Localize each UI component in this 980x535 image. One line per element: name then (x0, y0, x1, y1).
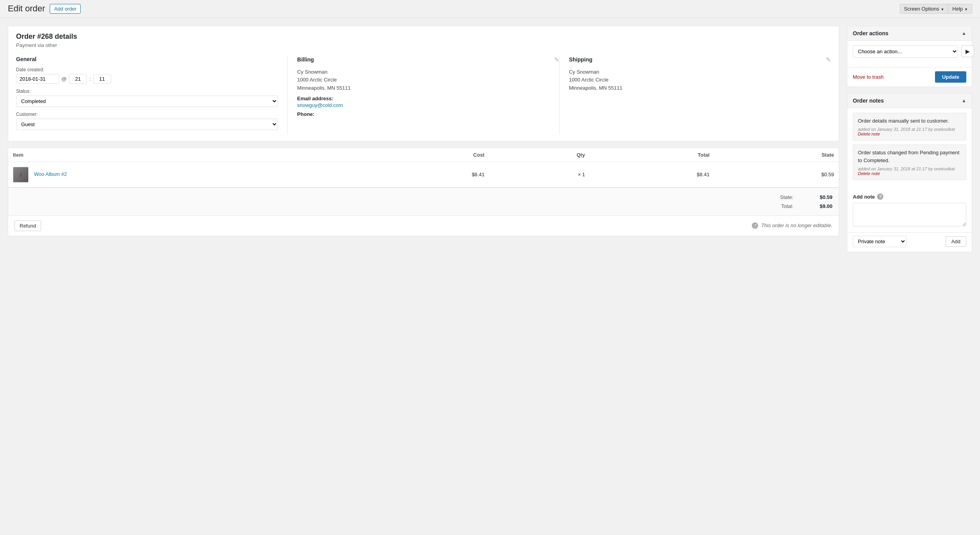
right-column: Order actions ▲ Choose an action...Email… (847, 26, 972, 259)
status-label: Status: (16, 89, 278, 94)
left-column: Order #268 details Payment via other Gen… (8, 26, 839, 236)
add-note-button[interactable]: Add (946, 236, 966, 247)
item-total: $8.41 (590, 162, 714, 187)
customer-select[interactable]: Guest (16, 119, 278, 130)
note-type-select[interactable]: Private noteNote to customer (853, 236, 906, 247)
col-qty: Qty (489, 148, 590, 162)
note-delete-link[interactable]: Delete note (858, 132, 880, 136)
move-to-trash-link[interactable]: Move to trash (853, 74, 884, 80)
screen-options-chevron-icon (940, 6, 944, 12)
status-select[interactable]: Completed (16, 96, 278, 107)
order-details-subtitle: Payment via other (16, 42, 831, 48)
shipping-title: Shipping (569, 56, 593, 63)
add-note-label: Add note (853, 194, 875, 200)
main-content: Order #268 details Payment via other Gen… (0, 18, 980, 267)
billing-section: Billing ✎ Cy Snowman 1000 Arctic Circle … (287, 56, 559, 135)
billing-address1: 1000 Arctic Circle (297, 76, 559, 84)
billing-email-label: Email address: (297, 96, 559, 101)
total-value: $0.59 (801, 194, 832, 200)
general-title: General (16, 56, 278, 62)
date-row: @ : (16, 74, 278, 84)
billing-address: Cy Snowman 1000 Arctic Circle Minneapoli… (297, 68, 559, 92)
top-bar-left: Edit order Add order (8, 3, 81, 14)
note-item: Order details manually sent to customer.… (853, 113, 966, 141)
customer-group: Customer: Guest (16, 112, 278, 130)
action-row: Choose an action...Email invoice / order… (853, 45, 966, 58)
item-qty: × 1 (489, 162, 590, 187)
date-input[interactable] (16, 74, 59, 84)
add-note-help-icon: ? (877, 193, 883, 200)
update-button[interactable]: Update (935, 71, 966, 83)
add-order-button[interactable]: Add order (50, 4, 81, 14)
items-panel: Item Cost Qty Total State ♪ Woo Album #2… (8, 148, 839, 236)
col-cost: Cost (365, 148, 489, 162)
colon-label: : (89, 76, 91, 82)
note-meta: added on January 31, 2018 at 21:17 by on… (858, 166, 961, 176)
item-link[interactable]: Woo Album #2 (34, 171, 67, 177)
add-note-textarea[interactable] (853, 203, 966, 226)
total-row: State: $0.59 (14, 193, 832, 202)
item-state: $0.59 (714, 162, 839, 187)
order-actions-footer: Move to trash Update (847, 67, 972, 87)
refund-button[interactable]: Refund (14, 221, 41, 231)
not-editable-text: This order is no longer editable. (761, 222, 832, 228)
billing-email-link[interactable]: snowguy@cold.com (297, 102, 343, 108)
totals-section: State: $0.59 Total: $9.00 (8, 188, 839, 215)
shipping-address1: 1000 Arctic Circle (569, 76, 831, 84)
action-run-button[interactable]: ▶ (961, 45, 974, 57)
top-bar-right: Screen Options Help (900, 4, 972, 14)
order-actions-body: Choose an action...Email invoice / order… (847, 41, 972, 67)
shipping-address: Cy Snowman 1000 Arctic Circle Minneapoli… (569, 68, 831, 92)
note-delete-link[interactable]: Delete note (858, 171, 880, 176)
shipping-edit-button[interactable]: ✎ (826, 56, 831, 63)
help-button[interactable]: Help (948, 4, 972, 14)
page-title: Edit order (8, 3, 45, 14)
total-row: Total: $9.00 (14, 202, 832, 211)
billing-city-state-zip: Minneapolis, MN 55111 (297, 84, 559, 92)
order-action-select[interactable]: Choose an action...Email invoice / order… (853, 45, 958, 58)
note-text: Order status changed from Pending paymen… (858, 149, 961, 164)
help-label: Help (952, 6, 963, 12)
total-label: Total: (762, 203, 801, 209)
item-thumbnail: ♪ (13, 167, 29, 183)
col-item: Item (8, 148, 365, 162)
items-table: Item Cost Qty Total State ♪ Woo Album #2… (8, 148, 839, 188)
add-note-header: Add note ? (853, 193, 966, 200)
note-meta: added on January 31, 2018 at 21:17 by on… (858, 127, 961, 136)
billing-title: Billing (297, 56, 314, 63)
order-actions-title: Order actions (853, 30, 888, 36)
order-notes-body: Order details manually sent to customer.… (847, 108, 972, 189)
add-note-section: Add note ? (847, 189, 972, 232)
col-total: Total (590, 148, 714, 162)
total-label: State: (762, 194, 801, 200)
minute-input[interactable] (93, 74, 111, 84)
total-value: $9.00 (801, 203, 832, 209)
not-editable-message: ? This order is no longer editable. (752, 222, 832, 229)
order-actions-panel: Order actions ▲ Choose an action...Email… (847, 26, 972, 87)
shipping-section: Shipping ✎ Cy Snowman 1000 Arctic Circle… (559, 56, 831, 135)
screen-options-button[interactable]: Screen Options (900, 4, 948, 14)
screen-options-label: Screen Options (904, 6, 939, 12)
note-text: Order details manually sent to customer. (858, 117, 961, 125)
order-actions-collapse-icon[interactable]: ▲ (962, 31, 966, 36)
col-state: State (714, 148, 839, 162)
item-thumb-image: ♪ (13, 167, 28, 183)
shipping-section-header: Shipping ✎ (569, 56, 831, 63)
table-row: ♪ Woo Album #2 $8.41 × 1 $8.41 $0.59 (8, 162, 839, 187)
billing-section-header: Billing ✎ (297, 56, 559, 63)
item-cost: $8.41 (365, 162, 489, 187)
order-sections: General Date created: @ : Status: Comple… (16, 56, 831, 135)
billing-name: Cy Snowman (297, 68, 559, 76)
order-notes-collapse-icon[interactable]: ▲ (962, 98, 966, 103)
hour-input[interactable] (69, 74, 87, 84)
shipping-name: Cy Snowman (569, 68, 831, 76)
order-details-panel: Order #268 details Payment via other Gen… (8, 26, 839, 141)
billing-edit-button[interactable]: ✎ (554, 56, 559, 63)
item-cell: ♪ Woo Album #2 (8, 162, 365, 187)
order-notes-header: Order notes ▲ (847, 94, 972, 108)
help-chevron-icon (964, 6, 968, 12)
shipping-city-state-zip: Minneapolis, MN 55111 (569, 84, 831, 92)
at-label: @ (61, 76, 67, 82)
note-item: Order status changed from Pending paymen… (853, 145, 966, 180)
status-group: Status: Completed (16, 89, 278, 107)
